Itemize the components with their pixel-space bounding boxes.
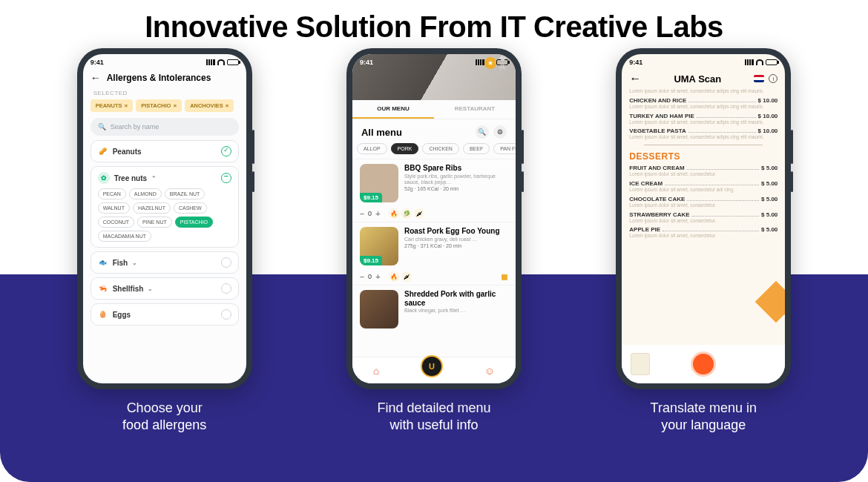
cat-beef[interactable]: BEEF: [463, 143, 490, 154]
row-shellfish[interactable]: 🦐Shellfish ⌄: [91, 277, 239, 300]
chevron-down-icon[interactable]: ⌄: [148, 285, 153, 292]
shellfish-icon: 🦐: [98, 283, 108, 294]
scan-bar: [622, 345, 785, 383]
radio-icon[interactable]: [221, 283, 231, 294]
pill-pistachio[interactable]: PISTACHIO: [175, 217, 213, 228]
pill-walnut[interactable]: WALNUT: [98, 202, 130, 214]
plus-button[interactable]: +: [375, 209, 380, 218]
battery-icon: [227, 59, 239, 65]
chip-pistachio[interactable]: PISTACHIO×: [136, 99, 182, 112]
plus-button[interactable]: +: [375, 272, 380, 281]
dish-image: [360, 290, 398, 329]
treenut-icon: ✿: [98, 172, 110, 184]
pill-coconut[interactable]: COCONUT: [98, 217, 134, 228]
check-icon[interactable]: [221, 146, 231, 156]
pill-cashew[interactable]: CASHEW: [174, 202, 207, 214]
caption-3: Translate menu in your language: [651, 400, 757, 435]
minus-button[interactable]: –: [360, 272, 364, 281]
list-item: TURKEY AND HAM PIE$ 10.00Lorem ipsum dol…: [629, 113, 777, 125]
pill-macadamia[interactable]: MACADAMIA NUT: [98, 231, 151, 242]
chip-remove-icon[interactable]: ×: [173, 102, 177, 109]
wifi-icon: [756, 59, 763, 65]
leaf-icon: 🥬: [401, 208, 412, 219]
search-input[interactable]: 🔍 Search by name: [91, 118, 239, 136]
price-tag: $9.15: [360, 256, 382, 265]
menu-desserts: FRUIT AND CREAM$ 5.00Lorem ipsum dolor s…: [622, 165, 785, 239]
signal-icon: [745, 59, 754, 65]
menu-item[interactable]: Shredded Pork with garlic sauceBlack vin…: [352, 285, 516, 333]
share-icon[interactable]: �共: [499, 57, 511, 69]
list-item: ICE CREAM$ 5.00Lorem ipsum dolor sit ame…: [629, 180, 777, 193]
profile-icon[interactable]: ☺: [484, 365, 495, 377]
caption-1: Choose your food allergens: [122, 400, 206, 435]
pill-hazelnut[interactable]: HAZELNUT: [133, 202, 171, 214]
phone-scan: 9:41 ← UMA Scan i Lorem ipsum dolor sit …: [616, 48, 791, 389]
row-peanuts[interactable]: 🥜Peanuts: [91, 140, 239, 162]
tab-restaurant[interactable]: RESTAURANT: [434, 100, 516, 119]
cat-pork[interactable]: PORK: [391, 143, 419, 154]
row-treenuts[interactable]: ✿Tree nuts ⌃ PECAN ALMOND BRAZIL NUT WAL…: [91, 166, 239, 248]
list-item: VEGETABLE PASTA$ 10.00Lorem ipsum dolor …: [629, 128, 777, 140]
menu-item[interactable]: $9.15 Roast Pork Egg Foo YoungCan chicke…: [352, 222, 516, 270]
cat-allop[interactable]: ALLOP: [357, 143, 387, 154]
selected-chips: PEANUTS× PISTACHIO× ANCHOVIES×: [83, 98, 246, 116]
decor-swatch: [755, 281, 785, 323]
info-icon[interactable]: i: [769, 74, 777, 83]
chip-peanuts[interactable]: PEANUTS×: [91, 99, 134, 112]
radio-icon[interactable]: [221, 309, 231, 320]
shutter-button[interactable]: [691, 351, 716, 377]
signal-icon: [206, 59, 215, 65]
selected-label: SELECTED: [83, 88, 246, 98]
home-icon[interactable]: ⌂: [373, 365, 379, 377]
filter-icon[interactable]: ⚙: [493, 125, 507, 139]
battery-icon: [766, 59, 777, 65]
list-item: CHOCOLATE CAKE$ 5.00Lorem ipsum dolor si…: [629, 196, 777, 208]
menu-heading: All menu: [361, 127, 402, 138]
restaurant-hero: 9:41 ★�共: [352, 54, 516, 100]
status-bar: 9:41: [83, 54, 246, 69]
search-icon: 🔍: [98, 123, 106, 131]
row-fish[interactable]: 🐟Fish ⌄: [91, 251, 239, 274]
pill-pinenut[interactable]: PINE NUT: [137, 217, 172, 228]
pepper-icon: 🌶: [414, 208, 424, 219]
category-bar[interactable]: ALLOP PORK CHICKEN BEEF PAN FRIED N: [352, 140, 516, 159]
treenuts-options: PECAN ALMOND BRAZIL NUT WALNUT HAZELNUT …: [98, 188, 231, 242]
chip-remove-icon[interactable]: ×: [125, 102, 128, 109]
peanut-icon: 🥜: [98, 146, 108, 156]
pill-brazil[interactable]: BRAZIL NUT: [165, 188, 206, 199]
tab-menu[interactable]: OUR MENU: [352, 100, 434, 119]
screen-title: UMA Scan: [674, 73, 721, 85]
signal-icon: [476, 59, 484, 65]
partial-icon[interactable]: [221, 173, 231, 183]
back-icon[interactable]: ←: [629, 72, 641, 85]
flag-icon[interactable]: [754, 75, 764, 82]
menu-item[interactable]: $9.15 BBQ Spare RibsStyle pork ribs, gar…: [352, 159, 516, 207]
thumbnail[interactable]: [631, 353, 650, 375]
back-icon[interactable]: ←: [91, 72, 101, 84]
bookmark-icon[interactable]: ◼: [501, 271, 508, 282]
list-item: APPLE PIE$ 5.00Lorem ipsum dolor sit ame…: [629, 226, 777, 239]
pill-pecan[interactable]: PECAN: [98, 188, 126, 199]
cat-chicken[interactable]: CHICKEN: [422, 143, 459, 154]
phone-allergens: 9:41 ← Allergens & Intolerances SELECTED…: [77, 48, 252, 389]
bottom-nav: ⌂ U ☺: [352, 357, 516, 383]
status-time: 9:41: [91, 59, 104, 66]
chevron-up-icon[interactable]: ⌃: [151, 175, 157, 182]
search-icon[interactable]: 🔍: [476, 125, 489, 139]
phone-menu: 9:41 ★�共 OUR MENU RESTAURANT All menu 🔍⚙…: [346, 48, 522, 389]
cat-panfried[interactable]: PAN FRIED N: [493, 143, 516, 154]
chip-remove-icon[interactable]: ×: [226, 102, 229, 109]
screen-title: Allergens & Intolerances: [107, 73, 211, 83]
scan-button[interactable]: U: [421, 355, 443, 377]
dish-image: $9.15: [360, 164, 398, 202]
row-eggs[interactable]: 🥚Eggs: [91, 303, 239, 326]
desserts-heading: DESSERTS: [622, 150, 785, 165]
pill-almond[interactable]: ALMOND: [129, 188, 162, 199]
chip-anchovies[interactable]: ANCHOVIES×: [185, 99, 234, 112]
chevron-down-icon[interactable]: ⌄: [132, 260, 137, 266]
minus-button[interactable]: –: [360, 209, 364, 218]
radio-icon[interactable]: [221, 257, 231, 268]
list-item: CHICKEN AND RICE$ 10.00Lorem ipsum dolor…: [629, 97, 777, 110]
bookmark-icon[interactable]: ★: [484, 57, 496, 69]
egg-icon: 🥚: [98, 309, 108, 320]
